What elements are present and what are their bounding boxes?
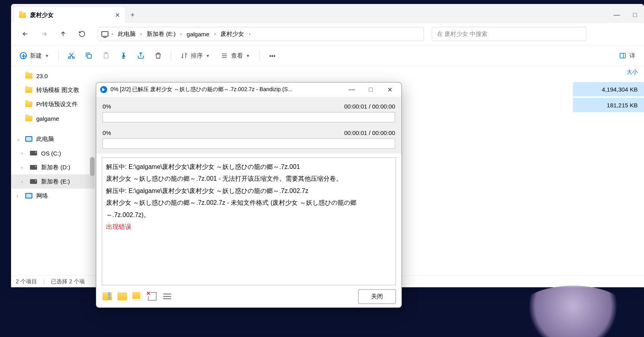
divider: |: [43, 279, 45, 285]
bandizip-dialog: 0% [2/2] 已解压 废村少女 ～妖し惑ひの籠の郷～.7z.002.7z -…: [96, 82, 402, 308]
column-header-size[interactable]: 大小: [589, 66, 644, 78]
new-tab-button[interactable]: +: [125, 7, 140, 23]
breadcrumb-segment[interactable]: galgame: [183, 29, 213, 39]
tab-close-button[interactable]: ✕: [115, 11, 120, 19]
chevron-down-icon: ▼: [206, 54, 210, 58]
file-size: 4,194,304 KB: [602, 86, 638, 93]
copy-button[interactable]: [132, 291, 143, 302]
progress1-time: 00:00:01 / 00:00:00: [344, 103, 395, 110]
scrollbar-thumb[interactable]: [90, 157, 95, 176]
forward-button[interactable]: [36, 26, 52, 42]
maximize-button[interactable]: □: [626, 7, 644, 23]
chevron-right-icon: ›: [180, 31, 182, 37]
breadcrumb-segment[interactable]: 新加卷 (E:): [144, 29, 179, 39]
search-input[interactable]: 在 废村少女 中搜索: [432, 27, 586, 41]
dialog-minimize-button[interactable]: —: [344, 84, 360, 95]
tab-active[interactable]: 废村少女 ✕: [14, 7, 125, 23]
sidebar-label: 新加卷 (E:): [41, 178, 70, 185]
details-pane-button[interactable]: 详: [614, 49, 640, 63]
new-button[interactable]: 新建▼: [15, 49, 54, 63]
share-button[interactable]: [133, 49, 149, 63]
refresh-button[interactable]: [74, 26, 90, 42]
chevron-right-icon: ›: [140, 31, 142, 37]
chevron-right-icon: ›: [249, 31, 250, 37]
folder-icon: [25, 73, 32, 79]
sidebar-label: galgame: [36, 115, 59, 122]
view-button[interactable]: 查看▼: [216, 49, 255, 63]
svg-rect-6: [620, 53, 625, 58]
dialog-title: 0% [2/2] 已解压 废村少女 ～妖し惑ひの籠の郷～.7z.002.7z -…: [110, 86, 341, 93]
sidebar-this-pc[interactable]: ⌄此电脑: [11, 132, 95, 146]
open-archive-button[interactable]: [102, 291, 113, 302]
file-row[interactable]: 181,215 KB: [573, 98, 644, 112]
file-size: 181,215 KB: [607, 102, 638, 109]
sidebar-label: 转场模板 图文教: [36, 86, 79, 94]
breadcrumb[interactable]: › 此电脑 › 新加卷 (E:) › galgame › 废村少女 ›: [98, 27, 424, 41]
back-button[interactable]: [17, 26, 33, 42]
dialog-body: 0%00:00:01 / 00:00:00 0%00:00:01 / 00:00…: [96, 97, 401, 154]
chevron-right-icon: ›: [214, 31, 216, 37]
dialog-maximize-button[interactable]: □: [363, 84, 379, 95]
plus-circle-icon: [20, 52, 27, 59]
status-selection: 已选择 2 个项: [51, 278, 85, 285]
sidebar-drive[interactable]: ›OS (C:): [11, 146, 95, 160]
desktop-character: [518, 286, 628, 337]
copy-button[interactable]: [81, 49, 97, 63]
delete-x-icon: [148, 292, 157, 301]
sidebar-network[interactable]: ›网络: [11, 189, 95, 203]
rename-button[interactable]: A: [116, 49, 131, 63]
sidebar-drive-selected[interactable]: ›新加卷 (E:): [11, 174, 95, 189]
file-row[interactable]: 4,194,304 KB: [573, 82, 644, 96]
menu-icon: [163, 294, 171, 299]
pc-icon: [101, 31, 108, 37]
network-icon: [25, 193, 32, 198]
dialog-log[interactable]: 解压中: E:\galgame\废村少女\废村少女 ～妖し惑ひの籠の郷～.7z.…: [102, 157, 396, 285]
divider: [259, 50, 260, 61]
folder-icon: [25, 101, 32, 107]
log-line: 废村少女 ～妖し惑ひの籠の郷～.7z.001 - 无法打开该压缩文件。需要其他压…: [106, 173, 392, 185]
chevron-right-icon: ›: [112, 31, 113, 37]
chevron-right-icon: ›: [21, 179, 23, 184]
sidebar-folder[interactable]: 23.0: [11, 69, 95, 83]
sidebar-label: 新加卷 (D:): [41, 164, 70, 171]
breadcrumb-segment[interactable]: 此电脑: [115, 29, 139, 39]
more-button[interactable]: •••: [265, 49, 280, 63]
dialog-close-button[interactable]: ✕: [382, 84, 398, 95]
cut-button[interactable]: [63, 49, 79, 63]
chevron-down-icon: ▼: [246, 54, 250, 58]
breadcrumb-segment[interactable]: 废村少女: [217, 29, 247, 39]
sidebar-folder[interactable]: Pr转场预设文件: [11, 97, 95, 111]
dialog-titlebar[interactable]: 0% [2/2] 已解压 废村少女 ～妖し惑ひの籠の郷～.7z.002.7z -…: [96, 82, 401, 97]
sort-label: 排序: [191, 52, 203, 60]
progress2-percent: 0%: [103, 129, 111, 136]
paste-button[interactable]: [98, 49, 114, 63]
sidebar-label: 23.0: [36, 73, 48, 79]
chevron-right-icon: ›: [17, 193, 18, 198]
sort-button[interactable]: 排序▼: [176, 49, 215, 63]
log-line: 解压中: E:\galgame\废村少女\废村少女 ～妖し惑ひの籠の郷～.7z.…: [106, 185, 392, 197]
dialog-footer: 关闭: [96, 285, 401, 307]
progress2-bar: [103, 139, 395, 149]
status-item-count: 2 个项目: [16, 278, 37, 285]
view-label: 查看: [231, 52, 243, 60]
tab-bar: 废村少女 ✕ + — □: [11, 4, 644, 23]
menu-button[interactable]: [162, 291, 173, 302]
folder-icon: [25, 87, 32, 93]
close-button[interactable]: 关闭: [358, 289, 396, 304]
svg-text:A: A: [122, 54, 125, 58]
sidebar-folder[interactable]: galgame: [11, 111, 95, 125]
sidebar-label: OS (C:): [41, 150, 61, 157]
delete-after-button[interactable]: [147, 291, 158, 302]
sidebar-folder[interactable]: 转场模板 图文教: [11, 83, 95, 97]
delete-button[interactable]: [150, 49, 166, 63]
folder-icon: [25, 116, 32, 121]
details-label: 详: [629, 52, 635, 60]
minimize-button[interactable]: —: [608, 7, 626, 23]
chevron-right-icon: ›: [21, 151, 23, 155]
folder-icon: [118, 292, 127, 300]
sidebar-drive[interactable]: ›新加卷 (D:): [11, 160, 95, 174]
up-button[interactable]: [55, 26, 71, 42]
nav-row: › 此电脑 › 新加卷 (E:) › galgame › 废村少女 › 在 废村…: [11, 23, 644, 45]
tab-title: 废村少女: [30, 11, 54, 19]
open-folder-button[interactable]: [117, 291, 128, 302]
